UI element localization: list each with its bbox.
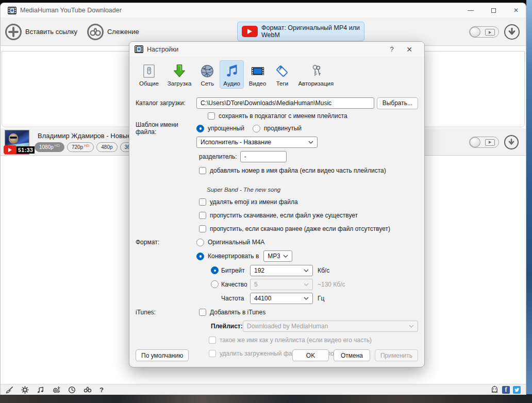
tab-tags[interactable]: Теги [271, 60, 293, 89]
frequency-unit: Гц [318, 295, 324, 302]
bitrate-combo[interactable]: 192 [250, 265, 313, 276]
keys-icon [309, 63, 323, 79]
chevron-down-icon [283, 255, 288, 258]
download-all-button[interactable] [504, 24, 520, 40]
quality-badge-720p[interactable]: 720pHD [67, 142, 94, 152]
switch-icon [142, 63, 156, 79]
convert-to-radio[interactable] [196, 253, 204, 260]
filmstrip-icon [251, 63, 265, 79]
quality-badge-480p[interactable]: 480p [96, 142, 117, 152]
tab-general[interactable]: Общие [136, 60, 162, 89]
template-simple-radio[interactable] [196, 125, 204, 132]
robot-icon[interactable] [490, 385, 499, 394]
settings-form: Каталог загрузки: Выбрать... сохранять в… [129, 92, 424, 360]
chevron-down-icon [304, 297, 309, 300]
frequency-combo[interactable]: 44100 [250, 293, 313, 304]
playlist-label: Плейлист: [211, 323, 243, 330]
chevron-down-icon [308, 141, 313, 144]
chevron-down-icon [304, 283, 309, 286]
remove-emoji-checkbox[interactable] [199, 198, 206, 206]
duration-badge: 51:33 [16, 146, 35, 154]
dialog-footer: По умолчанию OK Отмена Применить [136, 349, 418, 361]
tab-network[interactable]: Сеть [196, 60, 218, 89]
convert-format-combo[interactable]: MP3 [263, 250, 292, 262]
tab-download[interactable]: Загрузка [164, 60, 195, 89]
format-label: Формат: [136, 239, 196, 246]
download-arrow-icon [508, 139, 514, 146]
snail-icon[interactable] [52, 386, 60, 394]
separator-label: разделитель: [199, 153, 237, 160]
cancel-button[interactable]: Отмена [334, 349, 370, 361]
broom-icon[interactable] [6, 386, 13, 394]
same-name-checkbox [209, 337, 216, 344]
app-icon [135, 45, 143, 53]
quality-label: Качество [221, 281, 250, 288]
titlebar: MediaHuman YouTube Downloader — ✕ [1, 3, 526, 18]
close-button[interactable]: ✕ [513, 7, 519, 13]
skip-downloaded-checkbox[interactable] [199, 225, 206, 232]
download-arrow-icon [508, 28, 516, 36]
template-combo[interactable]: Исполнитель - Название [196, 137, 318, 148]
row-download-button[interactable] [504, 135, 519, 149]
dialog-close-button[interactable]: ✕ [401, 45, 418, 54]
film-icon [485, 139, 495, 146]
dialog-title: Настройки [147, 46, 383, 53]
row-video-mode-toggle[interactable] [469, 137, 499, 148]
statusbar: ? f [1, 384, 526, 395]
defaults-button[interactable]: По умолчанию [136, 349, 189, 361]
paste-link-button[interactable]: Вставить ссылку [5, 23, 77, 41]
settings-dialog: Настройки ? ✕ Общие Загрузка [129, 41, 425, 367]
download-dir-input[interactable] [196, 97, 374, 109]
ok-button[interactable]: OK [292, 349, 329, 361]
green-arrow-icon [172, 63, 187, 79]
tab-authorization[interactable]: Авторизация [294, 60, 337, 89]
dialog-help-button[interactable]: ? [383, 45, 401, 53]
quality-badge-1080p[interactable]: 1080pHD [35, 142, 64, 152]
film-icon [485, 29, 495, 36]
tag-icon [275, 63, 289, 79]
twitter-icon[interactable] [513, 386, 521, 394]
settings-tabs: Общие Загрузка Сеть [129, 57, 424, 92]
add-number-checkbox[interactable] [199, 167, 206, 174]
help-icon[interactable]: ? [99, 386, 104, 394]
binoculars-icon [87, 23, 104, 41]
separator-input[interactable] [240, 151, 287, 162]
globe-icon [200, 63, 214, 79]
subdir-checkbox[interactable] [208, 112, 215, 120]
chevron-down-icon [304, 269, 309, 272]
filename-template-label: Шаблон имени файла: [136, 121, 196, 136]
gear-icon[interactable] [21, 386, 29, 394]
quality-radio[interactable] [211, 280, 219, 288]
original-m4a-radio[interactable] [196, 239, 204, 246]
filename-sample: Super Band - The new song [207, 187, 280, 193]
watch-list-icon[interactable] [84, 386, 92, 393]
maximize-button[interactable] [491, 8, 496, 13]
window-title: MediaHuman YouTube Downloader [20, 7, 122, 14]
history-clock-icon[interactable] [68, 386, 76, 394]
dialog-titlebar: Настройки ? ✕ [129, 42, 424, 57]
choose-dir-button[interactable]: Выбрать... [377, 97, 418, 109]
tab-video[interactable]: Видео [245, 60, 270, 89]
tab-audio[interactable]: Аудио [220, 60, 243, 89]
apply-button: Применить [375, 349, 418, 361]
add-to-itunes-checkbox[interactable] [199, 309, 206, 316]
desktop-wallpaper-strip [526, 0, 532, 395]
music-note-icon[interactable] [37, 386, 44, 394]
video-mode-toggle[interactable] [469, 26, 499, 38]
facebook-icon[interactable]: f [502, 386, 510, 394]
youtube-play-icon [4, 145, 16, 154]
bitrate-radio[interactable] [211, 266, 219, 274]
skip-existing-checkbox[interactable] [199, 212, 206, 219]
watch-button[interactable]: Слежение [87, 23, 139, 41]
screen: MediaHuman YouTube Downloader — ✕ Встави… [0, 0, 532, 403]
minimize-button[interactable]: — [468, 7, 474, 13]
youtube-icon [242, 26, 258, 37]
format-button[interactable]: Формат: Оригинальный MP4 или WebM [237, 22, 364, 41]
template-advanced-radio[interactable] [253, 125, 260, 132]
app-icon [8, 7, 16, 14]
quality-combo: 5 [250, 279, 313, 290]
toggle-knob [470, 137, 480, 147]
windows-taskbar [0, 394, 532, 403]
bitrate-label: Битрейт [221, 267, 250, 274]
itunes-label: iTunes: [136, 309, 196, 316]
